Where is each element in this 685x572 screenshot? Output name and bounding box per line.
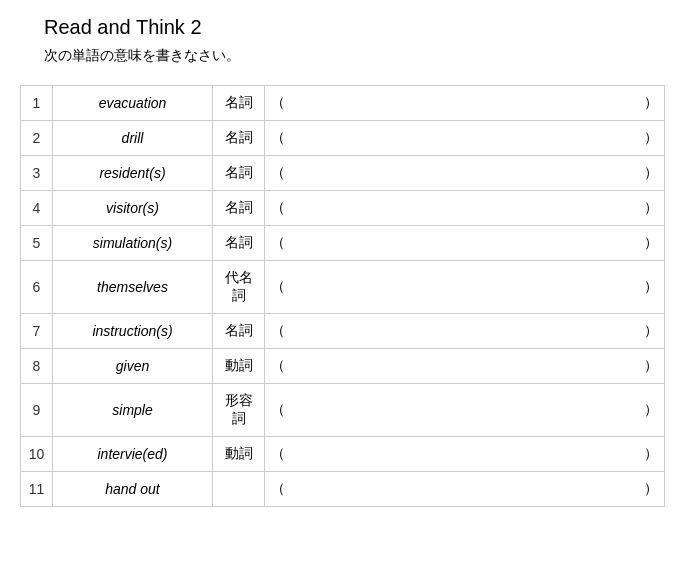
table-row: 8 given 動詞 （ ）	[21, 349, 665, 384]
paren-close: ）	[644, 94, 658, 112]
row-pos: 名詞	[213, 156, 265, 191]
paren-close: ）	[644, 357, 658, 375]
row-answer: （ ）	[265, 384, 665, 437]
paren-open: （	[271, 278, 285, 294]
row-number: 1	[21, 86, 53, 121]
row-pos: 名詞	[213, 86, 265, 121]
row-answer: （ ）	[265, 349, 665, 384]
table-row: 4 visitor(s) 名詞 （ ）	[21, 191, 665, 226]
row-pos: 代名詞	[213, 261, 265, 314]
row-number: 5	[21, 226, 53, 261]
row-word: hand out	[53, 472, 213, 507]
vocabulary-table: 1 evacuation 名詞 （ ） 2 drill 名詞 （ ） 3 res…	[20, 85, 665, 507]
paren-open: （	[271, 480, 285, 496]
row-word: visitor(s)	[53, 191, 213, 226]
table-row: 10 intervie(ed) 動詞 （ ）	[21, 437, 665, 472]
paren-close: ）	[644, 322, 658, 340]
row-answer: （ ）	[265, 261, 665, 314]
table-row: 6 themselves 代名詞 （ ）	[21, 261, 665, 314]
row-number: 3	[21, 156, 53, 191]
row-pos: 形容詞	[213, 384, 265, 437]
row-word: simulation(s)	[53, 226, 213, 261]
subtitle: 次の単語の意味を書きなさい。	[20, 47, 665, 65]
row-answer: （ ）	[265, 86, 665, 121]
row-pos: 名詞	[213, 121, 265, 156]
page-title: Read and Think 2	[20, 16, 665, 39]
row-number: 6	[21, 261, 53, 314]
row-pos: 動詞	[213, 349, 265, 384]
row-number: 10	[21, 437, 53, 472]
row-number: 4	[21, 191, 53, 226]
row-word: evacuation	[53, 86, 213, 121]
table-row: 11 hand out （ ）	[21, 472, 665, 507]
row-pos: 名詞	[213, 226, 265, 261]
paren-open: （	[271, 94, 285, 110]
row-answer: （ ）	[265, 226, 665, 261]
paren-open: （	[271, 445, 285, 461]
table-row: 2 drill 名詞 （ ）	[21, 121, 665, 156]
paren-close: ）	[644, 164, 658, 182]
row-number: 2	[21, 121, 53, 156]
paren-open: （	[271, 401, 285, 417]
paren-close: ）	[644, 445, 658, 463]
row-word: themselves	[53, 261, 213, 314]
row-word: resident(s)	[53, 156, 213, 191]
paren-open: （	[271, 322, 285, 338]
table-row: 7 instruction(s) 名詞 （ ）	[21, 314, 665, 349]
paren-open: （	[271, 199, 285, 215]
row-word: given	[53, 349, 213, 384]
paren-close: ）	[644, 278, 658, 296]
paren-close: ）	[644, 401, 658, 419]
row-answer: （ ）	[265, 472, 665, 507]
table-row: 1 evacuation 名詞 （ ）	[21, 86, 665, 121]
row-pos: 名詞	[213, 191, 265, 226]
row-answer: （ ）	[265, 121, 665, 156]
row-number: 9	[21, 384, 53, 437]
paren-close: ）	[644, 199, 658, 217]
row-answer: （ ）	[265, 156, 665, 191]
paren-open: （	[271, 357, 285, 373]
row-pos: 動詞	[213, 437, 265, 472]
table-row: 9 simple 形容詞 （ ）	[21, 384, 665, 437]
row-answer: （ ）	[265, 191, 665, 226]
paren-close: ）	[644, 234, 658, 252]
row-number: 7	[21, 314, 53, 349]
row-word: drill	[53, 121, 213, 156]
row-number: 8	[21, 349, 53, 384]
paren-close: ）	[644, 129, 658, 147]
row-pos	[213, 472, 265, 507]
row-word: intervie(ed)	[53, 437, 213, 472]
row-pos: 名詞	[213, 314, 265, 349]
table-row: 5 simulation(s) 名詞 （ ）	[21, 226, 665, 261]
row-word: instruction(s)	[53, 314, 213, 349]
paren-close: ）	[644, 480, 658, 498]
row-number: 11	[21, 472, 53, 507]
paren-open: （	[271, 164, 285, 180]
paren-open: （	[271, 234, 285, 250]
row-word: simple	[53, 384, 213, 437]
row-answer: （ ）	[265, 437, 665, 472]
paren-open: （	[271, 129, 285, 145]
table-row: 3 resident(s) 名詞 （ ）	[21, 156, 665, 191]
row-answer: （ ）	[265, 314, 665, 349]
